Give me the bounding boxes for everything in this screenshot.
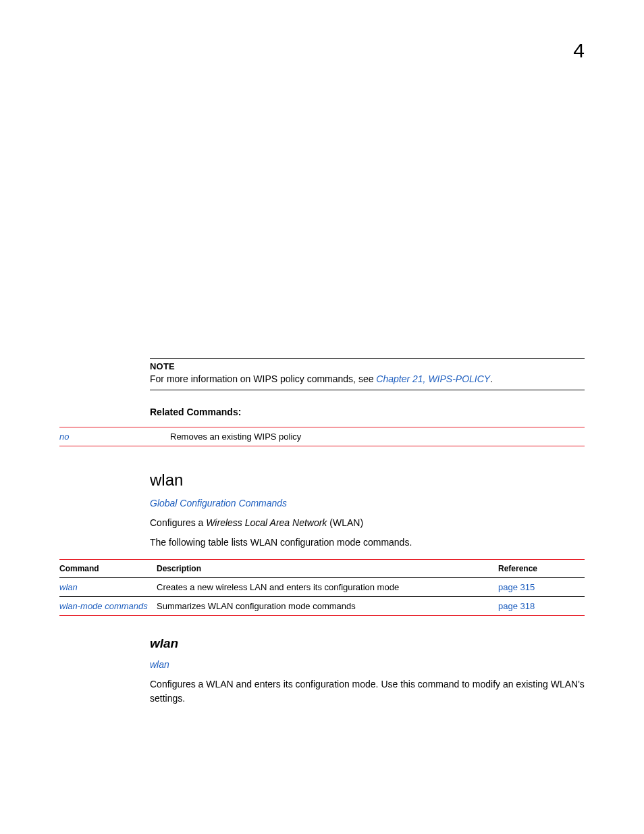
th-description: Description xyxy=(157,559,498,577)
page-number: 4 xyxy=(573,39,585,62)
section-desc2: The following table lists WLAN configura… xyxy=(150,536,585,550)
note-text: For more information on WIPS policy comm… xyxy=(150,373,585,386)
section-desc1: Configures a Wireless Local Area Network… xyxy=(150,516,585,530)
desc1-suffix: (WLAN) xyxy=(327,517,363,528)
wlan-commands-table: Command Description Reference wlan Creat… xyxy=(59,559,585,616)
note-suffix: . xyxy=(490,373,493,384)
subsection-heading-wlan: wlan xyxy=(150,636,585,651)
desc1-prefix: Configures a xyxy=(150,517,206,528)
cmd-ref-link[interactable]: page 318 xyxy=(498,601,535,611)
note-prefix: For more information on WIPS policy comm… xyxy=(150,373,376,384)
related-cmd-desc: Removes an existing WIPS policy xyxy=(170,427,585,446)
subsection-desc: Configures a WLAN and enters its configu… xyxy=(150,677,585,706)
note-block: NOTE For more information on WIPS policy… xyxy=(150,358,585,390)
note-title: NOTE xyxy=(150,361,585,371)
cmd-desc: Summarizes WLAN configuration mode comma… xyxy=(157,596,498,615)
cmd-ref-link[interactable]: page 315 xyxy=(498,582,535,592)
desc1-italic: Wireless Local Area Network xyxy=(206,517,327,528)
cmd-link[interactable]: wlan xyxy=(59,582,78,592)
related-cmd-name[interactable]: no xyxy=(59,432,69,442)
th-reference: Reference xyxy=(498,559,585,577)
subsection-parent-link[interactable]: wlan xyxy=(150,659,169,670)
section-subhead-link[interactable]: Global Configuration Commands xyxy=(150,498,287,509)
table-row: wlan Creates a new wireless LAN and ente… xyxy=(59,577,585,596)
note-link[interactable]: Chapter 21, WIPS-POLICY xyxy=(376,373,490,384)
related-commands-table: no Removes an existing WIPS policy xyxy=(59,427,585,446)
section-heading-wlan: wlan xyxy=(150,471,585,490)
related-commands-heading: Related Commands: xyxy=(150,407,585,417)
th-command: Command xyxy=(59,559,157,577)
table-row: wlan-mode commands Summarizes WLAN confi… xyxy=(59,596,585,615)
cmd-desc: Creates a new wireless LAN and enters it… xyxy=(157,577,498,596)
cmd-link[interactable]: wlan-mode commands xyxy=(59,601,148,611)
